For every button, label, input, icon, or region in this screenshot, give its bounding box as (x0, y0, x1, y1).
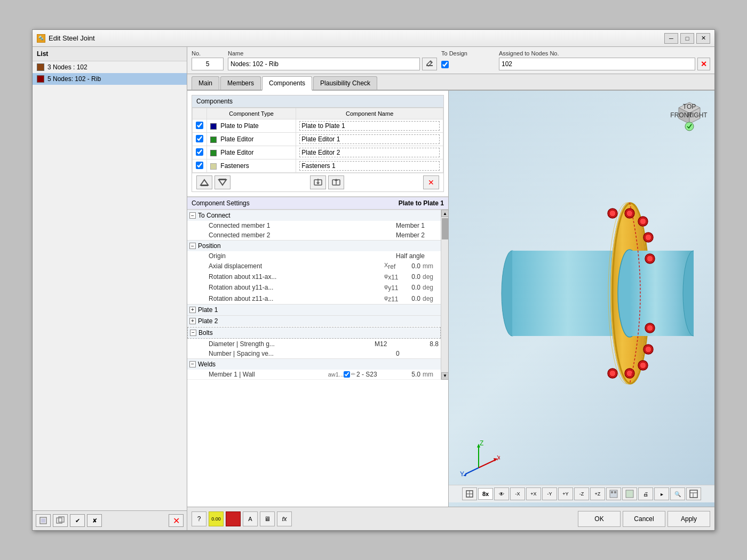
comp-checkbox[interactable] (196, 135, 203, 142)
toggle-position[interactable]: − (189, 243, 196, 249)
vp-select-button[interactable] (462, 487, 477, 500)
to-design-checkbox[interactable] (441, 61, 449, 68)
nav-cube[interactable]: TOP FRONT RIGHT (671, 97, 708, 134)
components-section-header: Components (192, 95, 443, 108)
bolts-label: Bolts (198, 329, 213, 337)
red-button[interactable] (226, 511, 241, 526)
formula-button[interactable]: fx (277, 511, 292, 526)
svg-marker-9 (219, 180, 226, 185)
title-bar: 🔩 Edit Steel Joint ─ □ ✕ (33, 30, 714, 47)
no-input[interactable] (192, 58, 224, 70)
axial-sub: Xref (384, 262, 399, 270)
vp-render2-button[interactable] (622, 487, 637, 500)
toggle-plate1[interactable]: + (189, 307, 196, 313)
comp-name-input[interactable] (299, 161, 440, 171)
left-panel: List 3 Nodes : 102 5 Nodes: 102 - Rib (33, 47, 187, 530)
svg-line-62 (465, 468, 479, 474)
comp-name-input[interactable] (299, 121, 440, 131)
comp-type-color (210, 137, 217, 143)
vp-search-button[interactable]: 🔍 (670, 487, 685, 500)
vp-z-plus-button[interactable]: +Z (590, 487, 605, 500)
move-up-button[interactable] (196, 175, 212, 189)
uncheck-button[interactable]: ✘ (87, 514, 102, 527)
svg-point-52 (645, 346, 651, 353)
viewport-toolbar: 8x 👁 -X +X -Y +Y -Z +Z (449, 485, 714, 502)
scroll-down-button[interactable]: ▼ (441, 372, 449, 380)
3d-viewport[interactable]: TOP FRONT RIGHT (449, 91, 714, 507)
tree-group-plate2[interactable]: + Plate 2 (187, 315, 441, 326)
to-design-checkbox-row (441, 61, 495, 68)
comp-type-label: Plate Editor (220, 135, 253, 143)
maximize-button[interactable]: □ (680, 33, 694, 44)
help-button[interactable]: ? (192, 511, 206, 526)
name-input[interactable] (228, 58, 420, 70)
vp-x-minus-button[interactable]: -X (510, 487, 525, 500)
weld-checkbox[interactable] (344, 371, 350, 378)
tree-group-welds[interactable]: − Welds (187, 358, 441, 370)
comp-name-input[interactable] (299, 134, 440, 144)
minimize-button[interactable]: ─ (664, 33, 678, 44)
comp-checkbox[interactable] (196, 148, 203, 156)
tree-row-rot-x: Rotation about x11-ax... φx11 0.0 deg (187, 271, 441, 282)
comp-row[interactable]: Plate Editor (193, 133, 443, 146)
tree-group-bolts[interactable]: − Bolts (187, 327, 441, 339)
list-item-selected[interactable]: 5 Nodes: 102 - Rib (33, 73, 187, 85)
tab-members[interactable]: Members (220, 76, 261, 90)
edit-name-button[interactable] (422, 58, 437, 70)
tree-group-to-connect[interactable]: − To Connect (187, 210, 441, 221)
tab-main[interactable]: Main (192, 76, 219, 90)
vp-eye-button[interactable]: 👁 (494, 487, 509, 500)
scroll-thumb[interactable] (442, 218, 448, 239)
vp-panel-button[interactable] (686, 487, 701, 500)
svg-point-49 (647, 255, 653, 262)
add-button[interactable] (36, 514, 51, 527)
delete-component-button[interactable]: ✕ (423, 175, 439, 189)
comp-checkbox[interactable] (196, 162, 203, 169)
toggle-to-connect[interactable]: − (189, 212, 196, 219)
vp-y-plus-button[interactable]: +Y (558, 487, 573, 500)
ok-button[interactable]: OK (578, 511, 621, 527)
monitor-button[interactable]: 🖥 (260, 511, 275, 526)
comp-checkbox[interactable] (196, 122, 203, 129)
vp-x-plus-button[interactable]: +X (526, 487, 541, 500)
comp-check-cell (193, 119, 207, 133)
move-down-button[interactable] (214, 175, 231, 189)
tree-row-rot-y: Rotation about y11-a... φy11 0.0 deg (187, 282, 441, 293)
tree-group-position[interactable]: − Position (187, 240, 441, 251)
toggle-plate2[interactable]: + (189, 318, 196, 324)
delete-button[interactable]: ✕ (169, 514, 184, 527)
text-button[interactable]: A (243, 511, 258, 526)
assigned-input[interactable] (499, 58, 695, 70)
comp-row[interactable]: Plate to Plate (193, 119, 443, 133)
vp-print-button[interactable]: 🖨 (638, 487, 653, 500)
comp-row[interactable]: Plate Editor (193, 146, 443, 159)
tab-plausibility[interactable]: Plausibility Check (313, 76, 377, 90)
comp-check-cell (193, 146, 207, 159)
apply-button[interactable]: Apply (667, 511, 710, 527)
list-item[interactable]: 3 Nodes : 102 (33, 61, 187, 73)
export-button[interactable] (328, 175, 344, 189)
vp-y-minus-button[interactable]: -Y (542, 487, 557, 500)
toggle-bolts[interactable]: − (190, 330, 196, 336)
tree-group-plate1[interactable]: + Plate 1 (187, 304, 441, 315)
toggle-welds[interactable]: − (189, 361, 196, 367)
top-bar: No. Name To Design (187, 47, 714, 74)
tab-components[interactable]: Components (262, 76, 312, 91)
settings-header: Component Settings Plate to Plate 1 (187, 197, 448, 210)
vp-z-minus-button[interactable]: -Z (574, 487, 589, 500)
scroll-up-button[interactable]: ▲ (441, 210, 449, 217)
cancel-button[interactable]: Cancel (623, 511, 665, 527)
duplicate-button[interactable] (53, 514, 68, 527)
vp-more-button[interactable]: ▸ (654, 487, 669, 500)
settings-scrollbar[interactable]: ▲ ▼ (441, 210, 448, 380)
comp-row[interactable]: Fasteners (193, 159, 443, 173)
close-button[interactable]: ✕ (696, 33, 710, 44)
svg-line-59 (479, 460, 496, 468)
assigned-clear-button[interactable]: ✕ (697, 58, 710, 70)
check-button[interactable]: ✔ (70, 514, 85, 527)
comp-name-input[interactable] (299, 148, 440, 157)
svg-marker-12 (316, 182, 320, 185)
vp-render1-button[interactable] (606, 487, 621, 500)
import-button[interactable] (310, 175, 326, 189)
calc-button[interactable]: 0.00 (209, 511, 224, 526)
